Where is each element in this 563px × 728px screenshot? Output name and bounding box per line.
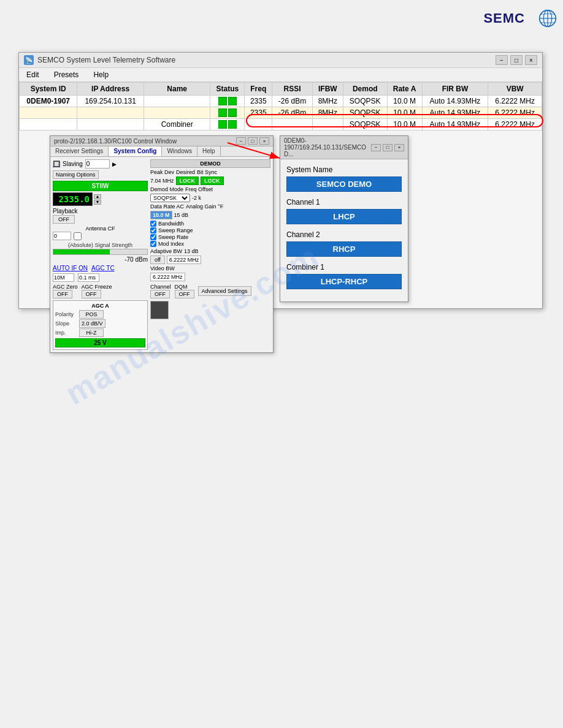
- agc-tc-link[interactable]: AGC TC: [91, 265, 115, 271]
- rc100-close[interactable]: ×: [259, 137, 269, 145]
- main-app-window: 📡 SEMCO System Level Telemetry Software …: [18, 52, 543, 309]
- tab-receiver-settings[interactable]: Receiver Settings: [50, 146, 109, 156]
- status-box-2: [228, 97, 237, 105]
- rc100-body: 🔲 Slaving ▶ Naming Options STIIW 2335.0: [50, 157, 273, 352]
- slaving-label: Slaving: [63, 161, 83, 167]
- playback-section: Playback OFF: [53, 208, 148, 224]
- analog-gain-label: Analog Gain °F: [186, 203, 223, 210]
- channel-off-button[interactable]: OFF: [150, 290, 170, 298]
- slaving-row: 🔲 Slaving ▶: [53, 159, 148, 169]
- dqm-label: DQM: [175, 284, 194, 290]
- menu-edit[interactable]: Edit: [24, 70, 42, 80]
- titlebar-left: 📡 SEMCO System Level Telemetry Software: [24, 55, 175, 65]
- channel1-button[interactable]: LHCP: [286, 209, 402, 224]
- row1-status-boxes: [214, 97, 240, 105]
- agc-a-section: AGC A Polarity POS Slope 2.0 dB/V Imp. H…: [53, 300, 148, 350]
- tab-help[interactable]: Help: [197, 146, 221, 156]
- sysconfig-close[interactable]: ×: [394, 144, 404, 151]
- bandwidth-label: Bandwidth: [158, 221, 184, 227]
- channel2-button[interactable]: RHCP: [286, 241, 402, 257]
- antenna-cf-input[interactable]: [53, 232, 71, 240]
- sysconfig-maximize[interactable]: □: [383, 144, 393, 151]
- row2-status-boxes: [214, 108, 240, 117]
- sweep-rate-checkbox[interactable]: [150, 234, 156, 240]
- combiner1-button[interactable]: LHCP-RHCP: [286, 274, 402, 289]
- row1-system-id: 0DEM0-1907: [20, 96, 77, 107]
- sysconfig-win-controls: − □ ×: [371, 144, 404, 151]
- menu-presets[interactable]: Presets: [52, 70, 82, 80]
- slaving-input[interactable]: [85, 159, 110, 169]
- row2-status: [210, 107, 245, 119]
- table-row[interactable]: 2335 -26 dBm 8MHz SOQPSK 10.0 M Auto 14.…: [20, 107, 542, 119]
- agc-tc-time-input[interactable]: [78, 273, 99, 282]
- naming-options-button[interactable]: Naming Options: [53, 170, 99, 179]
- system-name-button[interactable]: SEMCO DEMO: [286, 176, 402, 192]
- table-header-row: System ID IP Address Name Status Freq RS…: [20, 83, 542, 96]
- table-row[interactable]: 0DEM0-1907 169.254.10.131 SEMCO DEMO 233…: [20, 96, 542, 107]
- row2-name: [144, 107, 210, 119]
- minimize-button[interactable]: −: [496, 55, 508, 65]
- row3-freq: [245, 119, 272, 131]
- video-bw-value: 6.2222 MHz: [150, 273, 185, 281]
- data-rate-row: Data Rate AC Analog Gain °F: [150, 203, 270, 210]
- sweep-range-checkbox-item: Sweep Range: [150, 227, 270, 233]
- agc-freeze-off-button[interactable]: OFF: [82, 290, 101, 298]
- col-ip: IP Address: [77, 83, 144, 96]
- video-bw-row: Video BW: [150, 265, 270, 271]
- lock-button-2[interactable]: LOCK: [201, 176, 224, 185]
- rc100-maximize[interactable]: □: [248, 137, 258, 145]
- dqm-off-button[interactable]: OFF: [175, 290, 194, 298]
- adaptive-bw-button[interactable]: off: [150, 256, 165, 264]
- playback-button[interactable]: OFF: [53, 215, 75, 224]
- advanced-settings-button[interactable]: Advanced Settings: [198, 286, 251, 296]
- system-name-label: System Name: [286, 165, 402, 174]
- row1-status: [210, 96, 245, 107]
- signal-label: (Absolute) Signal Strength: [53, 242, 148, 248]
- app-icon: 📡: [24, 55, 34, 65]
- row3-status-box-1: [218, 120, 227, 129]
- table-row[interactable]: Combiner SOQPSK 10.0 M Auto 14.93MHz 6.2…: [20, 119, 542, 131]
- freq-down-button[interactable]: ▼: [94, 200, 101, 205]
- mod-index-checkbox[interactable]: [150, 241, 156, 247]
- agc-top-row: AUTO IF ON AGC TC: [53, 265, 148, 271]
- sweep-range-checkbox[interactable]: [150, 227, 156, 233]
- menu-help[interactable]: Help: [91, 70, 111, 80]
- agc-tc-value-input[interactable]: [53, 273, 74, 282]
- row3-fir-bw: Auto 14.93MHz: [422, 119, 488, 131]
- close-button[interactable]: ×: [525, 55, 537, 65]
- agc-zero-off-button[interactable]: OFF: [53, 290, 72, 298]
- adaptive-bw-label: Adaptive BW: [150, 248, 182, 254]
- col-demod: Demod: [343, 83, 387, 96]
- data-rate-value-row: 10.0 M 15 dB: [150, 211, 270, 219]
- imp-value: Hi-Z: [79, 328, 104, 337]
- demod-mode-select[interactable]: SOQPSK: [150, 194, 190, 202]
- rc100-minimize[interactable]: −: [236, 137, 246, 145]
- bandwidth-checkbox[interactable]: [150, 221, 156, 227]
- row1-rate-a: 10.0 M: [387, 96, 422, 107]
- status-box-1: [218, 97, 227, 105]
- tab-windows[interactable]: Windows: [162, 146, 197, 156]
- freq-spinners: ▲ ▼: [94, 194, 101, 205]
- freq-up-button[interactable]: ▲: [94, 194, 101, 199]
- row1-ip: 169.254.10.131: [77, 96, 144, 107]
- row3-name: Combiner: [144, 119, 210, 131]
- lock-button-1[interactable]: LOCK: [176, 176, 199, 185]
- agc-a-title: AGC A: [55, 303, 145, 309]
- row2-vbw: 6.2222 MHz: [488, 107, 542, 119]
- tab-system-config[interactable]: System Config: [109, 146, 162, 156]
- video-bw-value-row: 6.2222 MHz: [150, 273, 270, 281]
- auto-if-link[interactable]: AUTO IF ON: [53, 265, 88, 271]
- main-titlebar: 📡 SEMCO System Level Telemetry Software …: [19, 53, 542, 68]
- subwindows-area: proto-2/192.168.1.30/RC100 Control Windo…: [19, 131, 542, 308]
- maximize-button[interactable]: □: [510, 55, 523, 65]
- col-status: Status: [210, 83, 245, 96]
- signal-strength-section: (Absolute) Signal Strength -70 dBm: [53, 242, 148, 263]
- row2-rssi: -26 dBm: [272, 107, 313, 119]
- rc100-titlebar: proto-2/192.168.1.30/RC100 Control Windo…: [50, 136, 273, 146]
- slope-label: Slope: [55, 320, 77, 327]
- sysconfig-minimize[interactable]: −: [371, 144, 381, 151]
- row2-status-box-2: [228, 108, 237, 117]
- imp-row: Imp. Hi-Z: [55, 328, 145, 337]
- status-button[interactable]: STIIW: [53, 181, 148, 191]
- antenna-cf-checkbox[interactable]: [74, 232, 82, 240]
